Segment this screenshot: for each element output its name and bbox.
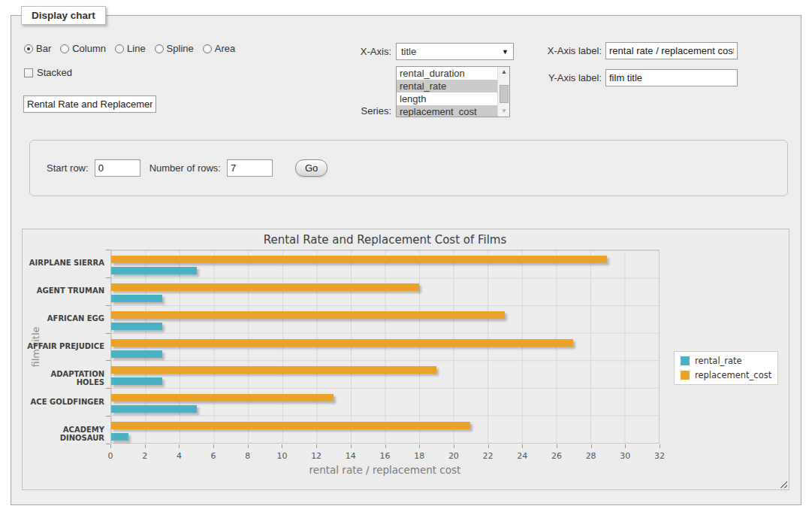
stacked-option[interactable]: Stacked [24,67,72,78]
stacked-label: Stacked [37,67,72,78]
series-options: rental_durationrental_ratelengthreplacem… [397,67,497,117]
start-row-input[interactable] [95,159,140,177]
category-label: AGENT TRUMAN [23,286,104,295]
bar-rental_rate [111,350,162,358]
x-tick-mark [110,444,111,448]
series-field-label: Series: [309,105,391,117]
x-tick-mark [351,444,352,448]
legend-swatch-rental_rate [681,356,690,365]
x-tick-label: 26 [545,451,568,461]
y-tick-mark [106,277,110,278]
x-axis-label-input[interactable] [605,42,738,59]
bar-rental_rate [111,323,162,330]
chart-x-axis-title: rental rate / replacement cost [110,464,660,476]
x-axis-label-field-label: X-Axis label: [519,45,602,56]
series-option[interactable]: rental_duration [397,67,497,80]
series-option[interactable]: rental_rate [397,80,497,92]
chart-legend: rental_ratereplacement_cost [674,351,778,385]
x-tick-label: 4 [168,451,190,461]
x-tick-mark [385,444,386,448]
x-tick-label: 32 [648,451,671,461]
category-label: AFFAIR PREJUDICE [23,342,104,350]
chart-title: Rental Rate and Replacement Cost of Film… [110,233,660,247]
bar-rental_rate [111,405,197,413]
y-tick-mark [106,333,110,334]
y-tick-mark [106,305,110,306]
radio-icon[interactable] [24,44,33,53]
y-axis-label-field-label: Y-Axis label: [519,72,602,83]
scrollbar-thumb[interactable] [500,85,509,103]
row-range-box: Start row: Number of rows: Go [29,140,788,196]
x-tick-label: 28 [580,451,602,461]
radio-icon[interactable] [115,44,124,53]
radio-area[interactable]: Area [203,43,235,54]
x-tick-mark [557,444,557,448]
go-button[interactable]: Go [295,159,328,177]
chart-type-group: BarColumnLineSplineArea [24,43,235,54]
x-tick-label: 10 [270,451,293,461]
x-axis-selected-value: title [401,46,502,57]
x-tick-mark [282,444,282,448]
start-row-label: Start row: [47,162,89,174]
x-tick-mark [625,444,626,448]
category-label: ADAPTATION HOLES [23,370,104,386]
y-tick-mark [106,360,110,361]
x-tick-mark [179,444,180,448]
radio-label: Column [72,43,106,54]
radio-spline[interactable]: Spline [155,43,194,54]
x-tick-label: 2 [134,451,156,461]
chevron-down-icon: ▼ [502,48,509,56]
category-label: ACE GOLDFINGER [23,398,104,406]
radio-icon[interactable] [203,44,212,53]
number-of-rows-label: Number of rows: [149,162,221,174]
bar-replacement_cost [111,394,334,401]
x-axis-field-label: X-Axis: [309,46,391,57]
category-label: AFRICAN EGG [23,314,104,323]
radio-bar[interactable]: Bar [24,43,51,54]
bar-replacement_cost [111,366,436,374]
x-tick-label: 6 [202,451,225,461]
legend-item: rental_rate [681,356,771,366]
category-label: ACADEMY DINOSAUR [23,426,104,442]
x-tick-mark [454,444,454,448]
x-axis-select[interactable]: title ▼ [396,43,514,60]
bar-rental_rate [111,295,162,302]
legend-label: rental_rate [695,356,742,366]
x-tick-label: 16 [374,451,397,461]
bar-replacement_cost [111,422,470,429]
x-tick-label: 8 [237,451,259,461]
scroll-up-icon[interactable]: ▲ [498,67,510,77]
bar-replacement_cost [111,339,573,347]
radio-label: Line [127,43,146,54]
number-of-rows-input[interactable] [227,159,273,177]
radio-column[interactable]: Column [60,43,106,54]
radio-line[interactable]: Line [115,43,146,54]
series-option[interactable]: replacement_cost [397,105,497,117]
x-tick-mark [248,444,249,448]
series-option[interactable]: length [397,92,497,105]
x-tick-mark [591,444,592,448]
series-listbox[interactable]: rental_durationrental_ratelengthreplacem… [396,66,510,117]
category-label: AIRPLANE SIERRA [23,259,104,267]
x-tick-label: 24 [511,451,533,461]
y-axis-label-input[interactable] [605,69,738,86]
x-tick-mark [660,444,660,448]
x-tick-mark [522,444,523,448]
bar-replacement_cost [111,283,419,291]
radio-label: Spline [167,43,194,54]
chart-title-input[interactable] [23,95,156,113]
bar-rental_rate [111,377,162,385]
resize-handle-icon[interactable] [778,479,787,488]
display-chart-panel: Display chart BarColumnLineSplineArea St… [11,15,801,505]
bar-rental_rate [111,267,197,274]
bar-replacement_cost [111,311,505,319]
radio-icon[interactable] [155,44,164,53]
x-tick-label: 0 [99,451,122,461]
stacked-checkbox[interactable] [24,68,33,77]
y-tick-mark [106,416,110,417]
legend-item: replacement_cost [681,370,771,380]
scroll-down-icon[interactable]: ▼ [498,106,510,117]
radio-icon[interactable] [60,44,69,53]
series-scrollbar[interactable]: ▲ ▼ [497,67,509,117]
x-tick-mark [213,444,214,448]
